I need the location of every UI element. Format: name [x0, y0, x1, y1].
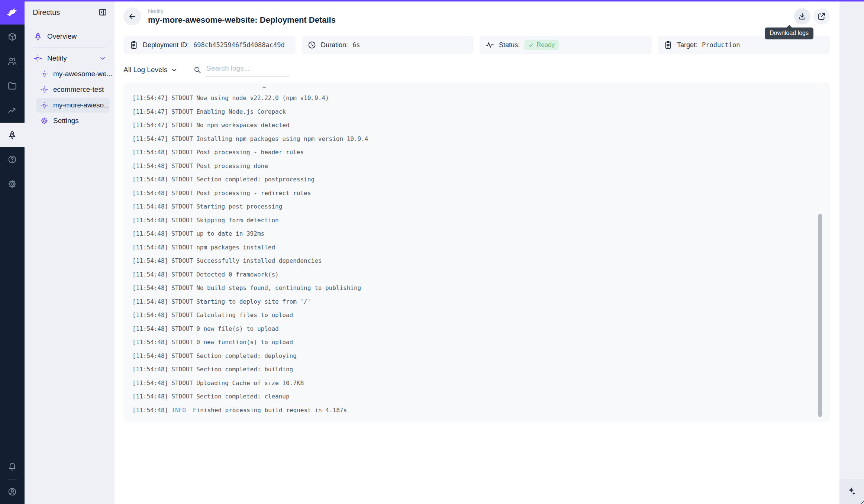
log-line: [11:54:48]STDOUTCalculating files to upl… — [132, 308, 807, 322]
log-timestamp: [11:54:48] — [132, 311, 168, 319]
log-level: STDOUT — [171, 122, 193, 129]
log-line: [11:54:48]STDOUTSection completed: deplo… — [132, 349, 807, 363]
sparkle-icon — [846, 486, 857, 497]
top-accent-bar — [0, 0, 864, 1]
log-message: Section completed: deploying — [196, 352, 297, 359]
log-level: STDOUT — [171, 325, 193, 332]
log-message: npm packages installed — [196, 244, 275, 251]
sidebar-item-label: my-more-aweso... — [53, 101, 110, 109]
log-scrollbar-thumb[interactable] — [818, 214, 822, 417]
log-message: Finished processing build request in 4.1… — [193, 407, 347, 414]
deployment-info-cards: Deployment ID: 698cb4525946f5d4088ac49d … — [123, 36, 830, 54]
netlify-site-icon — [40, 85, 48, 94]
log-level: STDOUT — [171, 230, 193, 237]
log-viewer[interactable]: [11:54:47]STDOUTNow using node v22.22.0 … — [123, 83, 830, 422]
page-title: my-more-awesome-website: Deployment Deta… — [148, 15, 336, 25]
sidebar-item-my-more-awesome-website[interactable]: my-more-aweso... — [36, 98, 109, 113]
sidebar-item-settings[interactable]: Settings — [36, 113, 109, 128]
target-value: Production — [702, 41, 740, 49]
log-timestamp: [11:54:48] — [132, 230, 168, 237]
log-line: [11:54:48]STDOUTNo build steps found, co… — [132, 281, 807, 295]
open-in-netlify-button[interactable] — [813, 8, 830, 25]
sidebar-item-my-awesome-website[interactable]: my-awesome-we... — [36, 67, 109, 81]
module-files-button[interactable] — [0, 74, 25, 98]
account-button[interactable] — [0, 479, 25, 504]
log-level: STDOUT — [171, 311, 193, 319]
header-actions: Download logs — [794, 8, 830, 25]
log-timestamp: [11:54:48] — [132, 149, 168, 156]
log-level: STDOUT — [171, 108, 193, 115]
module-help-button[interactable] — [0, 147, 25, 172]
module-insights-button[interactable] — [0, 98, 25, 123]
sidebar-item-label: Overview — [47, 32, 77, 41]
log-timestamp: [11:54:48] — [132, 257, 168, 264]
external-link-icon — [817, 12, 826, 21]
download-logs-tooltip: Download logs — [765, 28, 813, 39]
page-header: Netlify my-more-awesome-website: Deploym… — [123, 0, 830, 33]
log-message: Now using node v22.22.0 (npm v10.9.4) — [196, 94, 329, 101]
collapse-sidebar-icon[interactable] — [98, 8, 107, 17]
log-timestamp: [11:54:48] — [132, 339, 168, 346]
sidebar-item-overview[interactable]: Overview — [30, 29, 109, 44]
back-button[interactable] — [123, 7, 141, 25]
log-level: STDOUT — [171, 244, 193, 251]
card-label: Duration: — [321, 41, 348, 49]
folder-icon — [7, 81, 17, 91]
download-logs-button[interactable] — [794, 8, 810, 25]
module-netlify-button[interactable] — [0, 123, 25, 147]
status-badge: Ready — [524, 40, 559, 50]
box-icon — [7, 32, 17, 42]
log-line: [11:54:48]STDOUTUploading Cache of size … — [132, 377, 807, 390]
module-bar — [0, 0, 25, 504]
status-text: Ready — [536, 41, 555, 49]
title-block: Netlify my-more-awesome-website: Deploym… — [148, 8, 336, 25]
right-sidebar-collapsed[interactable] — [839, 0, 864, 504]
log-line: [11:54:48]INFOFinished processing build … — [132, 404, 807, 417]
sidebar-item-netlify[interactable]: Netlify — [30, 51, 109, 66]
download-icon — [798, 12, 807, 21]
log-line: [11:54:48]STDOUTSection completed: clean… — [132, 390, 807, 404]
log-message: Enabling Node.js Corepack — [196, 108, 286, 115]
log-timestamp: [11:54:48] — [132, 284, 168, 291]
log-timestamp: [11:54:48] — [132, 176, 168, 183]
rocket-icon — [33, 32, 42, 41]
log-timestamp: [11:54:48] — [132, 217, 168, 224]
log-line: [11:54:48]STDOUT0 new function(s) to upl… — [132, 336, 807, 349]
bell-icon — [7, 462, 17, 472]
duration-card: Duration: 6s — [302, 36, 474, 54]
module-settings-button[interactable] — [0, 172, 25, 196]
back-arrow-icon — [128, 12, 137, 21]
log-message: 0 new file(s) to upload — [196, 325, 279, 332]
account-icon — [7, 487, 17, 497]
sidebar-item-label: ecommerce-test — [53, 85, 104, 94]
log-timestamp: [11:54:48] — [132, 407, 168, 414]
log-timestamp: [11:54:48] — [132, 298, 168, 305]
log-level-select-label: All Log Levels — [123, 66, 167, 74]
clipped-log-line — [262, 87, 266, 88]
search-input[interactable] — [206, 64, 290, 77]
log-message: Successfully installed dependencies — [196, 257, 322, 264]
log-line: [11:54:48]STDOUTPost processing - header… — [132, 146, 807, 159]
log-level-select[interactable]: All Log Levels — [123, 66, 178, 74]
log-timestamp: [11:54:47] — [132, 135, 168, 142]
log-level: STDOUT — [171, 135, 193, 142]
chevron-down-icon[interactable] — [99, 55, 106, 62]
notifications-button[interactable] — [0, 455, 25, 479]
module-content-button[interactable] — [0, 25, 25, 49]
card-label: Status: — [499, 41, 520, 49]
log-timestamp: [11:54:47] — [132, 94, 168, 101]
module-users-button[interactable] — [0, 49, 25, 74]
log-message: Installing npm packages using npm versio… — [196, 135, 368, 142]
log-message: No build steps found, continuing to publ… — [196, 284, 361, 291]
log-message: No npm workspaces detected — [196, 122, 289, 129]
navigation-sidebar: Directus Overview Netlify my-awesome- — [25, 0, 115, 504]
rocket-icon — [7, 130, 17, 140]
card-label: Deployment ID: — [143, 41, 189, 49]
log-message: Post processing - header rules — [196, 149, 304, 156]
log-line: [11:54:48]STDOUTPost processing done — [132, 159, 807, 173]
log-search — [193, 64, 290, 77]
users-icon — [7, 56, 17, 66]
directus-logo[interactable] — [0, 0, 25, 25]
sidebar-item-ecommerce-test[interactable]: ecommerce-test — [36, 82, 109, 97]
log-line: [11:54:47]STDOUTEnabling Node.js Corepac… — [132, 105, 807, 119]
